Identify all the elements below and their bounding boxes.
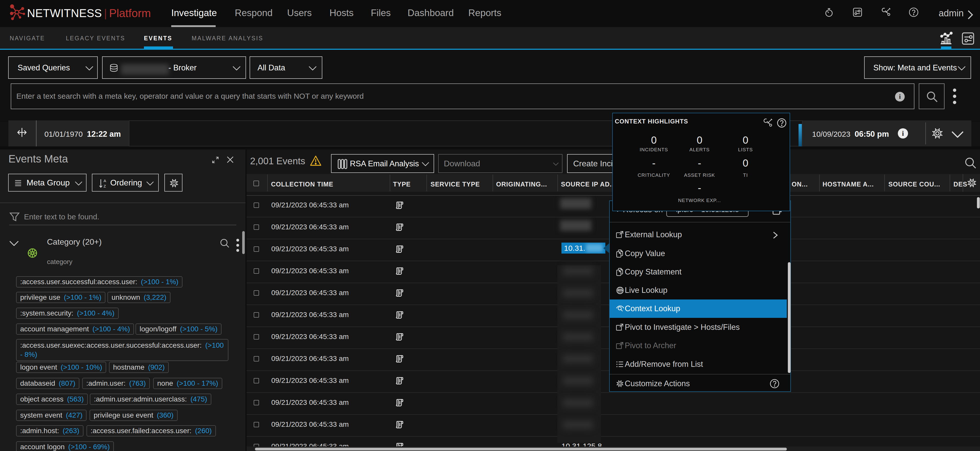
svg-text:A: A bbox=[103, 179, 107, 183]
svg-text:LIVE: LIVE bbox=[618, 289, 622, 292]
svg-text:Z: Z bbox=[103, 184, 106, 188]
